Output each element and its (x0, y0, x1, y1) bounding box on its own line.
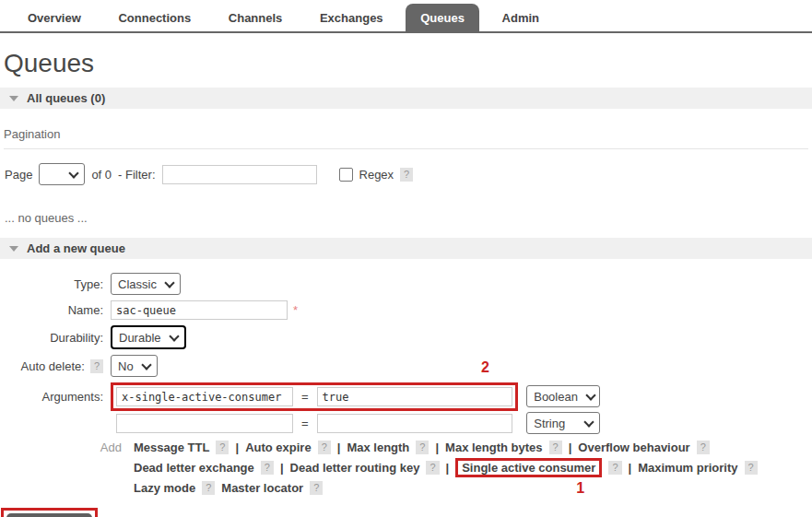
main-nav: Overview Connections Channels Exchanges … (0, 0, 812, 33)
step-1-annotation: 1 (576, 480, 584, 497)
tab-admin[interactable]: Admin (488, 4, 554, 31)
shortcut-lazy-mode[interactable]: Lazy mode (134, 481, 195, 495)
help-badge[interactable]: ? (697, 441, 710, 454)
argument-type-select[interactable]: String (526, 412, 600, 434)
type-select-value: Classic (118, 277, 157, 291)
page-select[interactable] (39, 163, 85, 185)
type-select[interactable]: Classic (111, 273, 181, 295)
shortcut-max-length-bytes[interactable]: Max length bytes (445, 441, 542, 454)
durability-select-value: Durable (119, 331, 161, 345)
chevron-down-icon (585, 390, 595, 400)
step-2-annotation: 2 (481, 359, 489, 376)
equals-sign: = (301, 417, 309, 430)
add-queue-form: Type: Classic Name: * Durability: Durabl… (0, 273, 812, 517)
chevron-down-icon (69, 168, 79, 178)
help-badge[interactable]: ? (216, 441, 229, 454)
filter-label: - Filter: (118, 168, 155, 182)
help-badge[interactable]: ? (426, 461, 439, 475)
auto-delete-select[interactable]: No (111, 355, 158, 377)
help-badge[interactable]: ? (416, 441, 429, 454)
argument-value-input[interactable] (317, 387, 512, 406)
argument-type-value: String (534, 417, 565, 430)
arguments-label: Arguments: (0, 390, 111, 404)
tab-exchanges[interactable]: Exchanges (305, 4, 398, 31)
durability-select[interactable]: Durable (111, 325, 186, 349)
shortcut-max-length[interactable]: Max length (347, 441, 409, 454)
shortcut-overflow-behaviour[interactable]: Overflow behaviour (578, 441, 689, 454)
shortcut-message-ttl[interactable]: Message TTL (134, 441, 209, 454)
add-queue-section-header[interactable]: Add a new queue (0, 238, 812, 259)
collapse-arrow-icon (9, 246, 18, 252)
equals-sign: = (301, 390, 309, 404)
argument-key-input[interactable] (116, 387, 293, 406)
shortcut-master-locator[interactable]: Master locator (221, 481, 303, 495)
regex-checkbox[interactable] (339, 168, 353, 182)
all-queues-header-label: All queues (0) (27, 91, 105, 105)
shortcut-auto-expire[interactable]: Auto expire (245, 441, 312, 454)
add-label: Add (0, 441, 128, 454)
argument-row-highlight: = (111, 382, 518, 411)
help-badge[interactable]: ? (318, 441, 331, 454)
help-badge[interactable]: ? (745, 461, 758, 475)
help-badge[interactable]: ? (310, 481, 323, 495)
chevron-down-icon (169, 331, 179, 341)
filter-input[interactable] (162, 165, 317, 184)
required-asterisk: * (293, 303, 298, 317)
page-title: Queues (4, 49, 812, 78)
pagination-controls: Page of 0 - Filter: Regex ? (5, 163, 812, 185)
add-queue-header-label: Add a new queue (27, 241, 125, 255)
chevron-down-icon (584, 417, 594, 427)
auto-delete-select-value: No (118, 359, 134, 373)
argument-row: = (111, 409, 518, 438)
arguments-rows: 2 = Boolean = String (111, 382, 600, 438)
shortcut-maximum-priority[interactable]: Maximum priority (638, 461, 737, 475)
help-badge[interactable]: ? (202, 481, 215, 495)
pagination-heading: Pagination (4, 127, 808, 149)
shortcut-dead-letter-exchange[interactable]: Dead letter exchange (134, 461, 254, 475)
no-queues-message: ... no queues ... (5, 211, 812, 225)
name-label: Name: (0, 303, 111, 317)
tab-channels[interactable]: Channels (214, 4, 298, 31)
type-label: Type: (0, 277, 111, 291)
help-badge[interactable]: ? (608, 461, 621, 475)
all-queues-section-header[interactable]: All queues (0) (0, 88, 812, 109)
regex-label: Regex (359, 168, 394, 182)
auto-delete-label: Auto delete: (20, 359, 84, 373)
argument-key-input[interactable] (116, 414, 293, 433)
name-input[interactable] (111, 300, 288, 320)
auto-delete-help-badge[interactable]: ? (90, 359, 103, 373)
argument-type-value: Boolean (534, 390, 578, 404)
collapse-arrow-icon (9, 96, 18, 101)
chevron-down-icon (141, 359, 151, 370)
regex-help-badge[interactable]: ? (400, 168, 413, 182)
single-active-consumer-highlight: Single active consumer 1 (455, 458, 602, 477)
chevron-down-icon (164, 277, 174, 288)
argument-type-select[interactable]: Boolean (526, 385, 600, 407)
tab-queues[interactable]: Queues (406, 4, 479, 31)
add-queue-button[interactable]: Add queue (6, 513, 92, 517)
durability-label: Durability: (0, 331, 111, 345)
add-queue-button-highlight: Add queue (1, 508, 98, 517)
page-label: Page (5, 168, 32, 182)
argument-shortcuts: Add Message TTL ? | Auto expire ? | Max … (0, 441, 812, 495)
tab-connections[interactable]: Connections (103, 4, 206, 31)
page-count-label: of 0 (91, 168, 112, 182)
tab-overview[interactable]: Overview (13, 4, 96, 31)
argument-value-input[interactable] (317, 414, 512, 433)
shortcut-single-active-consumer[interactable]: Single active consumer (462, 461, 595, 475)
help-badge[interactable]: ? (261, 461, 274, 475)
help-badge[interactable]: ? (549, 441, 562, 454)
shortcut-dead-letter-routing-key[interactable]: Dead letter routing key (290, 461, 420, 475)
